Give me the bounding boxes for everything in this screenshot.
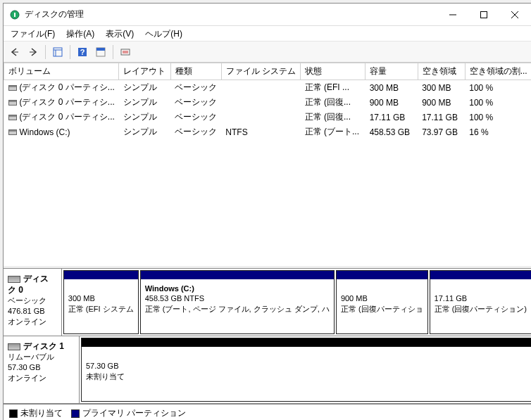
menubar: ファイル(F) 操作(A) 表示(V) ヘルプ(H) <box>4 26 531 42</box>
svg-rect-1 <box>14 13 15 17</box>
legend-primary: プライマリ パーティション <box>71 407 186 419</box>
partition-header <box>82 338 531 347</box>
disk-row: ディスク 0ベーシック476.81 GBオンライン300 MB正常 (EFI シ… <box>4 269 531 336</box>
partition[interactable]: 57.30 GB未割り当て <box>81 338 531 402</box>
toolbar-separator <box>70 45 70 59</box>
column-header[interactable]: 種類 <box>170 63 221 80</box>
disk-label[interactable]: ディスク 0ベーシック476.81 GBオンライン <box>4 269 62 336</box>
volume-row[interactable]: (ディスク 0 パーティシ...シンプルベーシック正常 (回復...900 MB… <box>4 95 532 110</box>
volume-row[interactable]: Windows (C:)シンプルベーシックNTFS正常 (ブート...458.5… <box>4 125 532 139</box>
svg-rect-3 <box>481 11 487 18</box>
menu-help[interactable]: ヘルプ(H) <box>142 27 185 39</box>
app-icon <box>9 9 20 20</box>
menu-file[interactable]: ファイル(F) <box>8 27 58 39</box>
view-list-icon[interactable] <box>49 44 66 61</box>
disk-row: ディスク 1リムーバブル57.30 GBオンライン57.30 GB未割り当て <box>4 336 531 404</box>
column-header[interactable]: 状態 <box>301 63 366 80</box>
volume-icon <box>8 129 17 135</box>
column-header[interactable]: 容量 <box>366 63 418 80</box>
partition[interactable]: 900 MB正常 (回復パーティショ <box>336 270 428 334</box>
volume-icon <box>8 85 17 91</box>
column-header[interactable]: 空き領域 <box>418 63 465 80</box>
volume-row[interactable]: (ディスク 0 パーティシ...シンプルベーシック正常 (回復...17.11 … <box>4 110 532 125</box>
disk-icon <box>8 276 20 283</box>
disk-icon <box>8 343 20 350</box>
svg-text:?: ? <box>80 48 85 56</box>
maximize-button[interactable] <box>468 4 499 25</box>
forward-button[interactable] <box>25 44 42 61</box>
partition-header <box>337 271 427 279</box>
partition[interactable]: 17.11 GB正常 (回復パーティション) <box>430 270 531 334</box>
disk-graphical-view: ディスク 0ベーシック476.81 GBオンライン300 MB正常 (EFI シ… <box>4 268 531 404</box>
partition[interactable]: Windows (C:)458.53 GB NTFS正常 (ブート, ページ フ… <box>140 270 335 334</box>
legend-unallocated: 未割り当て <box>9 407 63 419</box>
titlebar[interactable]: ディスクの管理 <box>4 4 531 26</box>
disk-label[interactable]: ディスク 1リムーバブル57.30 GBオンライン <box>4 336 80 403</box>
volume-icon <box>8 100 17 106</box>
column-header[interactable]: 空き領域の割... <box>465 63 531 80</box>
volume-row[interactable]: (ディスク 0 パーティシ...シンプルベーシック正常 (EFI ...300 … <box>4 80 532 96</box>
partition[interactable]: 300 MB正常 (EFI システム <box>63 270 139 334</box>
volume-list[interactable]: ボリュームレイアウト種類ファイル システム状態容量空き領域空き領域の割... (… <box>4 63 531 268</box>
minimize-button[interactable] <box>437 4 468 25</box>
close-button[interactable] <box>499 4 530 25</box>
partition-header <box>430 271 531 279</box>
view-top-icon[interactable] <box>92 44 109 61</box>
column-header[interactable]: ボリューム <box>4 63 119 80</box>
swatch-primary-icon <box>71 409 80 418</box>
back-button[interactable] <box>6 44 23 61</box>
toolbar-separator <box>45 45 46 59</box>
menu-view[interactable]: 表示(V) <box>103 27 137 39</box>
swatch-unallocated-icon <box>9 409 18 418</box>
svg-rect-12 <box>96 48 105 51</box>
toolbar-separator <box>113 45 113 59</box>
help-icon[interactable]: ? <box>74 44 91 61</box>
window-title: ディスクの管理 <box>25 8 437 20</box>
svg-rect-13 <box>121 49 130 55</box>
column-header[interactable]: レイアウト <box>119 63 170 80</box>
svg-rect-6 <box>54 48 62 56</box>
partition-header <box>141 271 334 279</box>
properties-icon[interactable] <box>117 44 134 61</box>
partition-header <box>64 271 138 279</box>
disk-management-window: ディスクの管理 ファイル(F) 操作(A) 表示(V) ヘルプ(H) ? ボリュ… <box>3 3 531 420</box>
legend: 未割り当て プライマリ パーティション <box>4 404 531 420</box>
volume-icon <box>8 115 17 120</box>
menu-action[interactable]: 操作(A) <box>63 27 97 39</box>
column-header[interactable]: ファイル システム <box>221 63 300 80</box>
toolbar: ? <box>4 42 531 63</box>
